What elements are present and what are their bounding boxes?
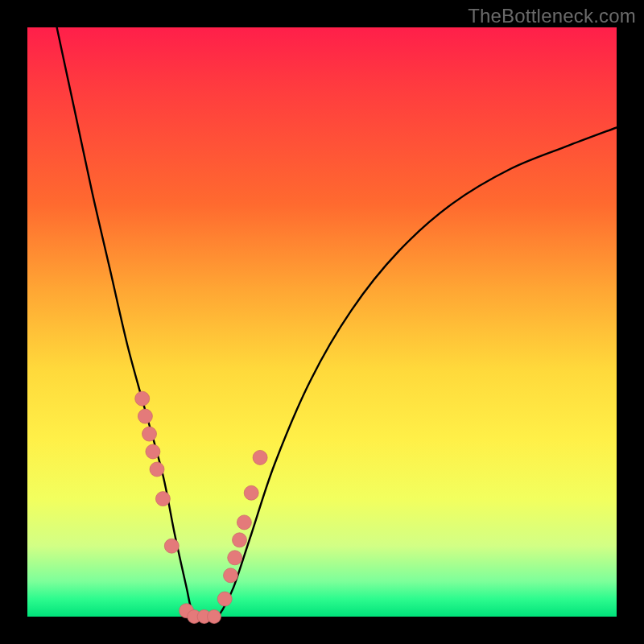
sample-dot [208, 610, 221, 624]
sample-dot [217, 592, 232, 606]
plot-area [27, 27, 617, 617]
sample-dot [142, 427, 157, 441]
sample-dot [237, 515, 251, 530]
sample-dot [244, 485, 258, 500]
sample-dot [155, 492, 170, 506]
sample-dot [224, 568, 238, 583]
bottleneck-curve [57, 27, 617, 617]
sample-dot [135, 391, 150, 406]
sample-dot [138, 409, 152, 423]
sample-dot [146, 444, 160, 459]
sample-dot [150, 462, 164, 477]
sample-dot [164, 539, 179, 553]
chart-frame: TheBottleneck.com [0, 0, 644, 644]
sample-dot [228, 551, 242, 565]
bottleneck-curve-svg [27, 27, 617, 617]
sample-dot [253, 450, 267, 464]
watermark-text: TheBottleneck.com [468, 5, 636, 27]
sample-dots [135, 391, 267, 623]
sample-dot [233, 533, 247, 547]
